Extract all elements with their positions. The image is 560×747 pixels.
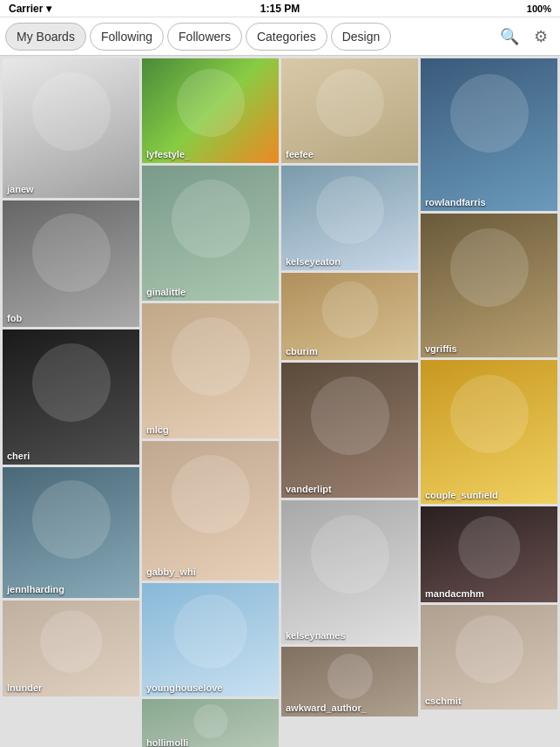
tab-categories[interactable]: Categories — [246, 23, 327, 51]
username-lnunder: lnunder — [7, 682, 42, 693]
username-vgriffis: vgriffis — [425, 343, 457, 354]
user-cell-cheri[interactable]: cheri — [3, 329, 139, 465]
user-cell-mlcg[interactable]: mlcg — [142, 303, 279, 438]
user-cell-mandacmhm[interactable]: mandacmhm — [421, 506, 557, 602]
user-cell-gabby_whi[interactable]: gabby_whi — [142, 441, 279, 581]
carrier-text: Carrier — [9, 3, 43, 15]
user-cell-lyfestyle_[interactable]: lyfestyle_ — [142, 58, 279, 163]
username-lyfestyle_: lyfestyle_ — [146, 149, 190, 160]
username-feefee: feefee — [286, 149, 314, 160]
username-jennlharding: jennlharding — [7, 584, 64, 594]
user-cell-hollimolli[interactable]: hollimolli — [142, 699, 279, 747]
user-cell-younghouselove[interactable]: younghouselove — [142, 583, 279, 696]
tab-followers[interactable]: Followers — [167, 23, 242, 51]
settings-icon[interactable]: ⚙ — [527, 23, 555, 51]
column-2: feefeekelseyeatoncburimvanderliptkelseyn… — [281, 58, 418, 744]
username-vanderlipt: vanderlipt — [286, 484, 332, 494]
user-cell-cburim[interactable]: cburim — [281, 273, 418, 360]
status-bar: Carrier ▾ 1:15 PM 100% — [0, 0, 560, 17]
username-gabby_whi: gabby_whi — [146, 567, 196, 577]
search-icon[interactable]: 🔍 — [496, 23, 523, 51]
username-cburim: cburim — [286, 346, 318, 357]
user-cell-vanderlipt[interactable]: vanderlipt — [281, 363, 418, 498]
username-kelseynames: kelseynames — [286, 630, 346, 641]
wifi-icon: ▾ — [46, 3, 51, 15]
status-left: Carrier ▾ — [9, 3, 51, 15]
user-cell-kelseynames[interactable]: kelseynames — [281, 500, 418, 644]
column-1: lyfestyle_ginalittlemlcggabby_whiyoungho… — [142, 58, 279, 744]
username-fob: fob — [7, 313, 22, 323]
user-cell-feefee[interactable]: feefee — [281, 58, 418, 163]
user-cell-janew[interactable]: janew — [3, 58, 139, 198]
user-grid: janewfobcherijennlhardinglnunderlyfestyl… — [0, 56, 560, 747]
battery-text: 100% — [527, 3, 551, 14]
tab-design[interactable]: Design — [331, 23, 392, 51]
username-kelseyeaton: kelseyeaton — [286, 256, 341, 267]
tab-boards[interactable]: My Boards — [5, 23, 86, 51]
username-cheri: cheri — [7, 451, 30, 461]
column-3: rowlandfarrisvgriffiscouple_sunfieldmand… — [421, 58, 557, 744]
nav-bar: My Boards Following Followers Categories… — [0, 17, 560, 56]
username-cschmit: cschmit — [425, 696, 462, 706]
user-cell-couple_sunfield[interactable]: couple_sunfield — [421, 360, 557, 504]
username-janew: janew — [7, 184, 34, 194]
user-cell-awkward_author_[interactable]: awkward_author_ — [281, 647, 418, 716]
username-mlcg: mlcg — [146, 424, 169, 435]
username-mandacmhm: mandacmhm — [425, 588, 484, 599]
user-cell-cschmit[interactable]: cschmit — [421, 605, 557, 710]
username-ginalittle: ginalittle — [146, 287, 186, 297]
status-time: 1:15 PM — [260, 3, 300, 15]
user-cell-kelseyeaton[interactable]: kelseyeaton — [281, 166, 418, 270]
username-hollimolli: hollimolli — [146, 737, 188, 747]
username-younghouselove: younghouselove — [146, 682, 222, 693]
username-awkward_author_: awkward_author_ — [286, 703, 367, 713]
username-couple_sunfield: couple_sunfield — [425, 490, 498, 500]
user-cell-fob[interactable]: fob — [3, 200, 139, 327]
column-0: janewfobcherijennlhardinglnunder — [3, 58, 139, 744]
user-cell-jennlharding[interactable]: jennlharding — [3, 467, 139, 598]
user-cell-ginalittle[interactable]: ginalittle — [142, 166, 279, 301]
status-right: 100% — [527, 3, 551, 14]
username-rowlandfarris: rowlandfarris — [425, 197, 486, 207]
tab-following[interactable]: Following — [90, 23, 164, 51]
user-cell-lnunder[interactable]: lnunder — [3, 601, 139, 696]
user-cell-vgriffis[interactable]: vgriffis — [421, 214, 557, 357]
user-cell-rowlandfarris[interactable]: rowlandfarris — [421, 58, 557, 211]
